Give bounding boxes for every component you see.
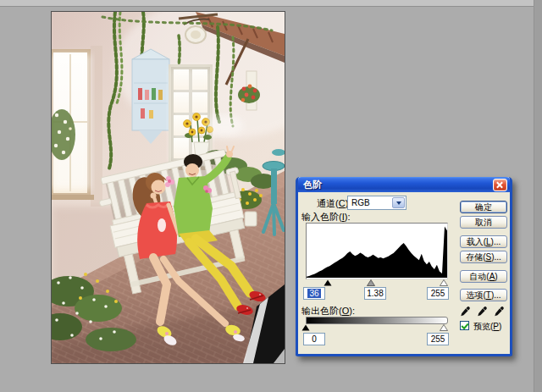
dropdown-button[interactable]	[392, 197, 405, 208]
output-levels-label: 输出色阶(O):	[301, 305, 355, 317]
eyedropper-gray-button[interactable]	[475, 304, 489, 317]
input-levels-label: 输入色阶(I):	[301, 211, 350, 224]
slider-output-highlight[interactable]	[440, 324, 448, 331]
slider-input-mid[interactable]	[367, 279, 375, 286]
input-highlight-field[interactable]: 255	[427, 287, 449, 300]
photoshop-workspace: 色阶 通道(C): RGB 输入色阶(I):	[0, 0, 542, 392]
slider-output-shadow[interactable]	[301, 324, 310, 331]
close-button[interactable]	[493, 179, 507, 191]
eyedropper-white-button[interactable]	[492, 304, 506, 317]
eyedropper-icon	[477, 306, 488, 317]
preview-label: 预览(P)	[473, 321, 501, 333]
histogram	[307, 224, 447, 278]
workspace-top-edge	[0, 0, 542, 7]
levels-dialog: 色阶 通道(C): RGB 输入色阶(I):	[296, 177, 512, 356]
eyedropper-black-button[interactable]	[458, 304, 472, 317]
workspace-right-edge	[534, 0, 542, 392]
eyedropper-icon	[494, 306, 505, 317]
save-button[interactable]: 存储(S)...	[460, 251, 507, 263]
dialog-body: 通道(C): RGB 输入色阶(I): 36 1.38	[298, 192, 510, 354]
auto-button[interactable]: 自动(A)	[460, 270, 507, 283]
output-highlight-field[interactable]: 255	[427, 333, 449, 345]
histogram-panel	[306, 223, 448, 279]
slider-input-shadow[interactable]	[324, 279, 332, 286]
ok-button[interactable]: 确定	[460, 201, 507, 213]
eyedropper-icon	[460, 306, 471, 317]
output-shadow-field[interactable]: 0	[303, 333, 325, 345]
wall-plaque	[185, 26, 206, 43]
load-button[interactable]: 载入(L)...	[460, 235, 507, 248]
input-shadow-field[interactable]: 36	[303, 287, 325, 300]
channel-dropdown[interactable]: RGB	[347, 196, 406, 210]
cancel-button[interactable]: 取消	[460, 216, 507, 229]
slider-input-highlight[interactable]	[440, 279, 448, 286]
channel-label: 通道(C):	[317, 197, 351, 210]
dialog-title: 色阶	[303, 179, 493, 191]
output-gradient-bar	[306, 317, 448, 324]
photo-document	[51, 11, 285, 364]
input-gamma-field[interactable]: 1.38	[364, 287, 386, 300]
preview-checkbox[interactable]	[460, 321, 469, 330]
wall-shelf	[132, 49, 169, 144]
photo-scene	[52, 12, 285, 363]
chevron-down-icon	[396, 202, 401, 207]
histogram-shape	[307, 227, 447, 278]
options-button[interactable]: 选项(T)...	[460, 289, 507, 301]
channel-value: RGB	[348, 198, 392, 207]
dialog-titlebar[interactable]: 色阶	[298, 177, 510, 192]
